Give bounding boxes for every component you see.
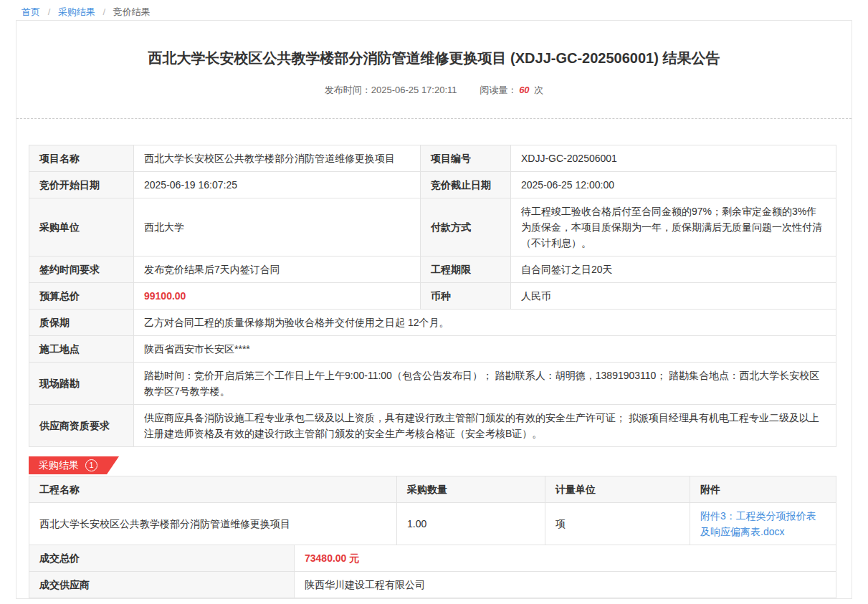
duration-label: 工程期限 — [421, 257, 511, 283]
purchase-result-badge-label: 采购结果 — [39, 459, 79, 472]
project-code-value: XDJJ-GC-202506001 — [511, 145, 836, 172]
purchase-result-table: 工程名称 采购数量 计量单位 附件 西北大学长安校区公共教学楼部分消防管道维修更… — [29, 476, 836, 545]
budget-value: 99100.00 — [134, 283, 421, 310]
payment-label: 付款方式 — [421, 198, 511, 257]
table-row: 竞价开始日期 2025-06-19 16:07:25 竞价截止日期 2025-0… — [29, 172, 836, 198]
bid-end-label: 竞价截止日期 — [421, 172, 511, 198]
dashed-divider — [16, 118, 852, 119]
view-count: 阅读量：60 次 — [480, 85, 543, 95]
table-row: 成交供应商 陕西华川建设工程有限公司 — [29, 572, 836, 598]
table-row: 西北大学长安校区公共教学楼部分消防管道维修更换项目 1.00 项 附件3：工程类… — [29, 503, 836, 545]
result-item-unit: 项 — [545, 503, 690, 545]
breadcrumb-separator: / — [103, 6, 106, 17]
qualification-label: 供应商资质要求 — [29, 405, 134, 447]
table-row: 采购单位 西北大学 付款方式 待工程竣工验收合格后付至合同金额的97%；剩余审定… — [29, 198, 836, 257]
table-row: 签约时间要求 发布竞价结果后7天内签订合同 工程期限 自合同签订之日20天 — [29, 257, 836, 283]
breadcrumb-purchase-results-link[interactable]: 采购结果 — [58, 6, 95, 17]
breadcrumb-home-link[interactable]: 首页 — [22, 6, 40, 17]
deal-price-label: 成交总价 — [29, 545, 295, 572]
site-visit-value: 踏勘时间：竞价开启后第三个工作日上午上午9:00-11:00（包含公告发布日）；… — [134, 363, 836, 405]
location-label: 施工地点 — [29, 336, 134, 363]
table-row: 成交总价 73480.00 元 — [29, 545, 836, 572]
table-row: 施工地点 陕西省西安市长安区**** — [29, 336, 836, 363]
publish-time: 发布时间：2025-06-25 17:20:11 — [325, 85, 457, 95]
deal-price-value: 73480.00 元 — [295, 545, 836, 572]
warranty-value: 乙方对合同工程的质量保修期为验收合格并交付使用之日起 12个月。 — [134, 310, 836, 336]
result-item-quantity: 1.00 — [397, 503, 545, 545]
result-header-name: 工程名称 — [29, 476, 397, 503]
sign-time-value: 发布竞价结果后7天内签订合同 — [134, 257, 421, 283]
purchaser-label: 采购单位 — [29, 198, 134, 257]
result-item-name: 西北大学长安校区公共教学楼部分消防管道维修更换项目 — [29, 503, 397, 545]
breadcrumb-current: 竞价结果 — [113, 6, 151, 17]
location-value: 陕西省西安市长安区**** — [134, 336, 836, 363]
table-row: 现场踏勘 踏勘时间：竞价开启后第三个工作日上午上午9:00-11:00（包含公告… — [29, 363, 836, 405]
duration-value: 自合同签订之日20天 — [511, 257, 836, 283]
table-row: 项目名称 西北大学长安校区公共教学楼部分消防管道维修更换项目 项目编号 XDJJ… — [29, 145, 836, 172]
qualification-value: 供应商应具备消防设施工程专业承包二级及以上资质，具有建设行政主管部门颁发的有效的… — [134, 405, 836, 447]
supplier-label: 成交供应商 — [29, 572, 295, 598]
currency-label: 币种 — [421, 283, 511, 310]
attachment-link[interactable]: 附件3：工程类分项报价表及响应偏离表.docx — [700, 510, 816, 537]
purchaser-value: 西北大学 — [134, 198, 421, 257]
result-header-unit: 计量单位 — [545, 476, 690, 503]
purchase-result-count-badge: 1 — [85, 459, 97, 471]
project-info-table: 项目名称 西北大学长安校区公共教学楼部分消防管道维修更换项目 项目编号 XDJJ… — [29, 145, 836, 447]
payment-value: 待工程竣工验收合格后付至合同金额的97%；剩余审定金额的3%作为质保金，本项目质… — [511, 198, 836, 257]
announcement-panel: 西北大学长安校区公共教学楼部分消防管道维修更换项目 (XDJJ-GC-20250… — [16, 20, 852, 599]
result-header-quantity: 采购数量 — [397, 476, 545, 503]
result-item-attachment: 附件3：工程类分项报价表及响应偏离表.docx — [690, 503, 836, 545]
view-count-number: 60 — [519, 85, 529, 95]
table-row: 质保期 乙方对合同工程的质量保修期为验收合格并交付使用之日起 12个月。 — [29, 310, 836, 336]
breadcrumb: 首页 / 采购结果 / 竞价结果 — [0, 0, 868, 20]
sign-time-label: 签约时间要求 — [29, 257, 134, 283]
project-name-label: 项目名称 — [29, 145, 134, 172]
table-row: 预算总价 99100.00 币种 人民币 — [29, 283, 836, 310]
table-row: 供应商资质要求 供应商应具备消防设施工程专业承包二级及以上资质，具有建设行政主管… — [29, 405, 836, 447]
budget-label: 预算总价 — [29, 283, 134, 310]
result-header-attachment: 附件 — [690, 476, 836, 503]
bid-start-value: 2025-06-19 16:07:25 — [134, 172, 421, 198]
page-title: 西北大学长安校区公共教学楼部分消防管道维修更换项目 (XDJJ-GC-20250… — [59, 48, 809, 68]
project-name-value: 西北大学长安校区公共教学楼部分消防管道维修更换项目 — [134, 145, 421, 172]
supplier-value: 陕西华川建设工程有限公司 — [295, 572, 836, 598]
currency-value: 人民币 — [511, 283, 836, 310]
project-code-label: 项目编号 — [421, 145, 511, 172]
bid-end-value: 2025-06-25 12:00:00 — [511, 172, 836, 198]
breadcrumb-separator: / — [48, 6, 51, 17]
table-header-row: 工程名称 采购数量 计量单位 附件 — [29, 476, 836, 503]
announcement-meta: 发布时间：2025-06-25 17:20:11 阅读量：60 次 — [16, 84, 852, 97]
bid-start-label: 竞价开始日期 — [29, 172, 134, 198]
purchase-result-badge: 采购结果 1 — [29, 456, 119, 474]
warranty-label: 质保期 — [29, 310, 134, 336]
deal-summary-table: 成交总价 73480.00 元 成交供应商 陕西华川建设工程有限公司 — [29, 545, 836, 598]
site-visit-label: 现场踏勘 — [29, 363, 134, 405]
